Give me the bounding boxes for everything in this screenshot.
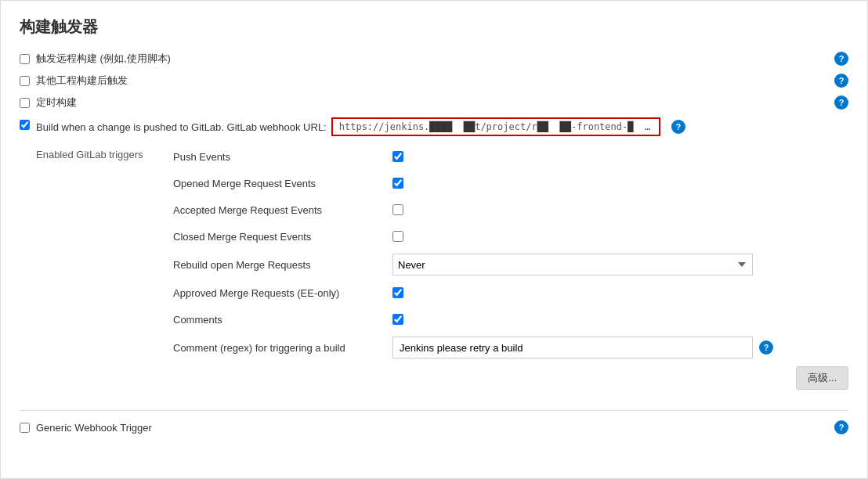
gitlab-trigger-text: Build when a change is pushed to GitLab.…	[36, 117, 848, 136]
scheduled-build-help-icon[interactable]: ?	[834, 95, 848, 110]
url-blur-1: ████	[429, 121, 452, 132]
remote-trigger-checkbox[interactable]	[20, 54, 30, 64]
remote-trigger-row: 触发远程构建 (例如,使用脚本) ?	[20, 52, 848, 66]
push-events-label: Push Events	[173, 151, 392, 163]
closed-mr-row: Closed Merge Request Events	[173, 227, 848, 246]
other-project-help-icon[interactable]: ?	[834, 74, 848, 88]
accepted-mr-label: Accepted Merge Request Events	[173, 204, 392, 216]
url-blur-4: ██	[560, 121, 571, 132]
page-container: 构建触发器 触发远程构建 (例如,使用脚本) ? 其他工程构建后触发 ? 定时构…	[0, 0, 868, 479]
comments-control	[392, 314, 403, 325]
comments-label: Comments	[173, 314, 392, 326]
remote-trigger-label: 触发远程构建 (例如,使用脚本)	[36, 52, 834, 66]
other-project-checkbox[interactable]	[20, 76, 30, 86]
generic-webhook-checkbox[interactable]	[20, 423, 30, 433]
comment-regex-label: Comment (regex) for triggering a build	[173, 342, 392, 354]
gitlab-options-table: Push Events Opened Merge Request Events	[173, 147, 848, 398]
scheduled-build-row: 定时构建 ?	[20, 95, 848, 110]
accepted-mr-checkbox[interactable]	[392, 204, 403, 215]
rebuild-mr-select[interactable]: Never On push to source branch On push t…	[392, 254, 753, 276]
gitlab-trigger-checkbox[interactable]	[20, 120, 30, 130]
rebuild-mr-row: Rebuild open Merge Requests Never On pus…	[173, 254, 848, 276]
url-blur-5: █	[627, 121, 633, 132]
enabled-gitlab-label: Enabled GitLab triggers	[36, 147, 173, 160]
generic-webhook-help-icon[interactable]: ?	[834, 420, 848, 434]
gitlab-trigger-help-icon[interactable]: ?	[671, 120, 685, 134]
opened-mr-label: Opened Merge Request Events	[173, 178, 392, 189]
opened-mr-checkbox[interactable]	[392, 178, 403, 189]
push-events-control	[392, 151, 403, 162]
scheduled-build-checkbox[interactable]	[20, 98, 30, 108]
opened-mr-control	[392, 178, 403, 189]
opened-mr-row: Opened Merge Request Events	[173, 174, 848, 193]
gitlab-trigger-content: Build when a change is pushed to GitLab.…	[36, 117, 848, 401]
comments-checkbox[interactable]	[392, 314, 403, 325]
advanced-button[interactable]: 高级...	[796, 366, 848, 390]
rebuild-mr-label: Rebuild open Merge Requests	[173, 259, 392, 271]
advanced-btn-row: 高级...	[173, 366, 848, 390]
other-project-row: 其他工程构建后触发 ?	[20, 74, 848, 88]
accepted-mr-row: Accepted Merge Request Events	[173, 200, 848, 219]
accepted-mr-control	[392, 204, 403, 215]
generic-webhook-label: Generic Webhook Trigger	[36, 422, 152, 434]
comments-row: Comments	[173, 310, 848, 329]
approved-mr-label: Approved Merge Requests (EE-only)	[173, 287, 392, 299]
rebuild-mr-control: Never On push to source branch On push t…	[392, 254, 753, 276]
closed-mr-control	[392, 231, 403, 242]
gitlab-trigger-row: Build when a change is pushed to GitLab.…	[20, 117, 848, 401]
comment-regex-row: Comment (regex) for triggering a build ?	[173, 337, 848, 358]
url-blur-3: ██	[537, 121, 548, 132]
section-divider	[20, 410, 848, 411]
gitlab-trigger-label: Build when a change is pushed to GitLab.…	[36, 121, 327, 133]
other-project-label: 其他工程构建后触发	[36, 74, 834, 88]
generic-webhook-row: Generic Webhook Trigger ?	[20, 420, 848, 434]
remote-trigger-help-icon[interactable]: ?	[834, 52, 848, 66]
url-blur-2: ██	[464, 121, 475, 132]
closed-mr-checkbox[interactable]	[392, 231, 403, 242]
comment-regex-control: ?	[392, 337, 773, 358]
push-events-checkbox[interactable]	[392, 151, 403, 162]
closed-mr-label: Closed Merge Request Events	[173, 231, 392, 243]
webhook-url-box: https://jenkins.████ ██t/project/r██ ██-…	[331, 117, 660, 136]
page-title: 构建触发器	[20, 16, 848, 38]
approved-mr-row: Approved Merge Requests (EE-only)	[173, 283, 848, 302]
approved-mr-control	[392, 287, 403, 298]
comment-regex-input[interactable]	[392, 337, 753, 358]
push-events-row: Push Events	[173, 147, 848, 166]
scheduled-build-label: 定时构建	[36, 95, 834, 110]
enabled-gitlab-section: Enabled GitLab triggers Push Events Open…	[36, 147, 848, 398]
comment-regex-help-icon[interactable]: ?	[759, 340, 773, 355]
approved-mr-checkbox[interactable]	[392, 287, 403, 298]
